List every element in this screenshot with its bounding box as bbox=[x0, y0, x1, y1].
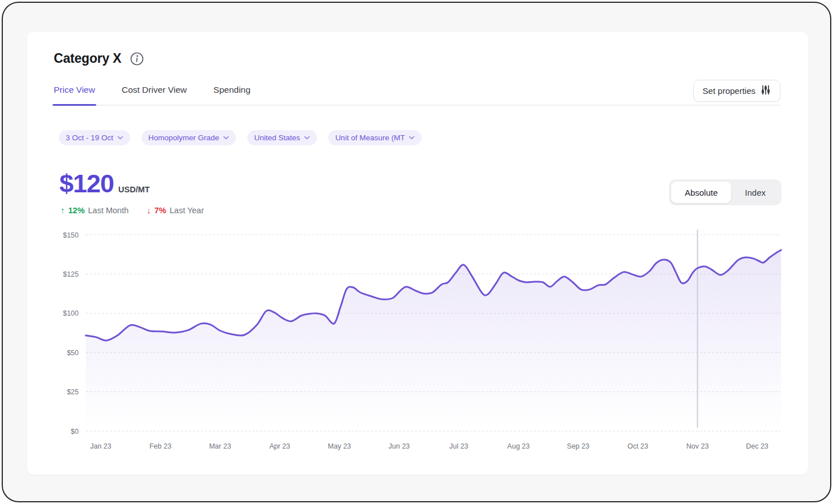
y-axis-label: $50 bbox=[67, 349, 79, 357]
y-axis-label: $100 bbox=[63, 309, 79, 317]
x-axis-label: Dec 23 bbox=[746, 442, 768, 450]
y-axis-label: $150 bbox=[63, 231, 79, 239]
y-axis-label: $25 bbox=[67, 388, 79, 396]
x-axis-label: Aug 23 bbox=[507, 442, 530, 450]
app-frame: Category X Price View Cost Driver View S… bbox=[2, 2, 831, 502]
x-axis-label: Apr 23 bbox=[269, 442, 290, 450]
y-axis-label: $0 bbox=[71, 428, 79, 436]
x-axis-label: Oct 23 bbox=[628, 442, 649, 450]
x-axis-label: Nov 23 bbox=[686, 442, 709, 450]
x-axis-label: May 23 bbox=[328, 442, 351, 450]
x-axis-label: Jul 23 bbox=[449, 442, 468, 450]
y-axis-label: $125 bbox=[63, 270, 79, 278]
x-axis-label: Mar 23 bbox=[209, 442, 231, 450]
price-area-fill bbox=[86, 250, 782, 431]
x-axis-label: Feb 23 bbox=[149, 442, 171, 450]
price-trend-chart[interactable]: $150$125$100$50$25$0Jan 23Feb 23Mar 23Ap… bbox=[27, 32, 808, 475]
x-axis-label: Sep 23 bbox=[567, 442, 590, 450]
category-card: Category X Price View Cost Driver View S… bbox=[27, 32, 808, 475]
x-axis-label: Jan 23 bbox=[90, 442, 111, 450]
x-axis-label: Jun 23 bbox=[389, 442, 410, 450]
